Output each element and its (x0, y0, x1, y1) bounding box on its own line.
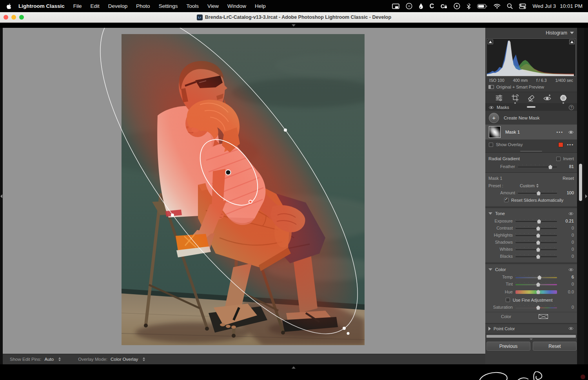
tint-slider[interactable] (515, 282, 557, 287)
masks-panel-header[interactable]: Masks ? (485, 104, 577, 111)
invert-checkbox[interactable] (556, 157, 561, 161)
panel-scrollbar-track[interactable] (577, 28, 584, 364)
contrast-slider[interactable] (515, 226, 557, 231)
bluetooth-icon[interactable] (466, 3, 471, 9)
panel-splitter[interactable] (485, 150, 577, 152)
c-app-icon[interactable]: C (430, 3, 434, 10)
module-picker-grabber-icon[interactable] (292, 24, 296, 27)
masking-tool[interactable] (559, 93, 568, 103)
c-lock-icon[interactable]: C (440, 3, 447, 9)
updown-arrows-icon[interactable] (58, 357, 61, 361)
point-color-section-header[interactable]: Point Color (485, 324, 577, 333)
healing-tool[interactable] (526, 93, 536, 103)
preset-select[interactable]: Custom (520, 183, 539, 188)
mask-list-item[interactable]: Mask 1 ••• (485, 125, 577, 139)
menu-help[interactable]: Help (255, 3, 266, 9)
show-edit-pins-select[interactable]: Auto (45, 357, 54, 362)
menu-tools[interactable]: Tools (186, 3, 199, 9)
menu-file[interactable]: File (73, 3, 82, 9)
tone-header[interactable]: Tone (485, 210, 577, 217)
menu-view[interactable]: View (207, 3, 219, 9)
collapse-triangle-icon[interactable] (488, 268, 492, 271)
menu-develop[interactable]: Develop (108, 3, 128, 9)
left-panel-collapsed[interactable] (0, 28, 3, 364)
wifi-icon[interactable] (494, 4, 501, 9)
play-circle-icon[interactable] (454, 3, 460, 9)
exposure-slider[interactable] (515, 219, 557, 224)
module-picker-collapsed[interactable] (0, 23, 588, 28)
saturation-slider[interactable] (515, 305, 557, 310)
panel-grab-pill[interactable] (527, 106, 535, 108)
exif-iso: ISO 100 (489, 78, 505, 83)
filmstrip-collapsed[interactable] (0, 364, 588, 371)
histogram[interactable] (486, 38, 576, 76)
create-mask-plus-button[interactable]: + (489, 113, 499, 123)
shadows-slider[interactable] (515, 240, 557, 245)
show-overlay-checkbox[interactable] (489, 143, 493, 147)
shadow-clipping-indicator[interactable] (488, 40, 493, 44)
red-eye-tool[interactable] (543, 93, 552, 103)
crop-tool[interactable] (510, 93, 520, 103)
contrast-slider-row: Contrast 0 (485, 224, 577, 232)
menu-bar-clock[interactable]: Wed Jul 3 10:01 PM (532, 3, 583, 9)
updown-arrows-icon[interactable] (143, 357, 145, 361)
masks-visibility-eye-icon[interactable] (488, 105, 494, 110)
edit-adjustments-tool[interactable] (494, 93, 504, 103)
expand-triangle-icon[interactable] (488, 327, 491, 331)
highlight-clipping-indicator[interactable] (569, 40, 575, 44)
panel-splitter-triangle[interactable] (485, 338, 577, 341)
histogram-panel-header[interactable]: Histogram (485, 28, 577, 38)
screen-mirroring-icon[interactable] (392, 4, 399, 9)
tone-visibility-eye-icon[interactable] (568, 212, 574, 216)
menu-window[interactable]: Window (227, 3, 246, 9)
reset-sliders-checkbox[interactable] (504, 198, 508, 202)
spotlight-search-icon[interactable] (507, 3, 513, 9)
mask-reset-button[interactable]: Reset (563, 176, 574, 181)
blacks-value: 0 (560, 254, 574, 259)
blacks-slider[interactable] (515, 254, 557, 259)
window-title-bar: Lr Brenda-LrC-Catalog-v13-3.lrcat - Adob… (0, 12, 588, 23)
overlay-more-options[interactable]: ••• (567, 142, 574, 147)
droplet-icon[interactable] (419, 3, 423, 9)
collapse-triangle-icon[interactable] (488, 212, 492, 215)
hue-slider[interactable] (515, 290, 557, 295)
mask-visibility-eye-icon[interactable] (568, 130, 574, 134)
right-panel-arrow-icon[interactable] (585, 194, 587, 198)
menu-photo[interactable]: Photo (136, 3, 150, 9)
photo-preview[interactable] (122, 34, 365, 345)
point-color-visibility-eye-icon[interactable] (568, 326, 574, 331)
color-visibility-eye-icon[interactable] (568, 268, 574, 272)
menu-edit[interactable]: Edit (91, 3, 100, 9)
color-header[interactable]: Color (485, 266, 577, 273)
panel-scrollbar-thumb[interactable] (579, 164, 582, 201)
overlay-color-swatch[interactable] (558, 142, 563, 147)
battery-icon[interactable] (477, 4, 487, 9)
highlights-slider[interactable] (515, 233, 557, 238)
creative-cloud-icon[interactable]: ∞ (406, 3, 412, 9)
menu-app-name[interactable]: Lightroom Classic (18, 3, 65, 9)
help-icon[interactable]: ? (569, 105, 574, 110)
left-panel-arrow-icon[interactable] (0, 194, 2, 198)
mask-more-options[interactable]: ••• (556, 130, 563, 134)
menu-settings[interactable]: Settings (159, 3, 178, 9)
use-fine-adjustment-checkbox[interactable] (506, 298, 510, 302)
whites-slider[interactable] (515, 247, 557, 252)
overlay-mode-select[interactable]: Color Overlay (111, 357, 138, 362)
apple-menu-icon[interactable] (6, 3, 11, 9)
amount-slider[interactable] (518, 190, 557, 195)
collapse-triangle-icon[interactable] (570, 32, 574, 34)
use-fine-adjustment-label: Use Fine Adjustment (513, 298, 553, 302)
reset-button[interactable]: Reset (533, 342, 577, 351)
feather-slider[interactable] (518, 164, 557, 169)
filmstrip-grabber-icon[interactable] (292, 366, 296, 369)
exif-aperture: f / 6.3 (536, 78, 546, 83)
temp-slider[interactable] (515, 275, 557, 280)
right-panel-edge[interactable] (584, 28, 588, 364)
control-center-icon[interactable] (519, 4, 526, 9)
mask-thumbnail[interactable] (489, 126, 501, 138)
smart-preview-status[interactable]: Original + Smart Preview (485, 83, 577, 92)
create-new-mask-row[interactable]: + Create New Mask (485, 111, 577, 125)
previous-button[interactable]: Previous (486, 342, 530, 351)
develop-canvas[interactable] (3, 28, 485, 354)
no-color-swatch[interactable] (539, 314, 548, 319)
